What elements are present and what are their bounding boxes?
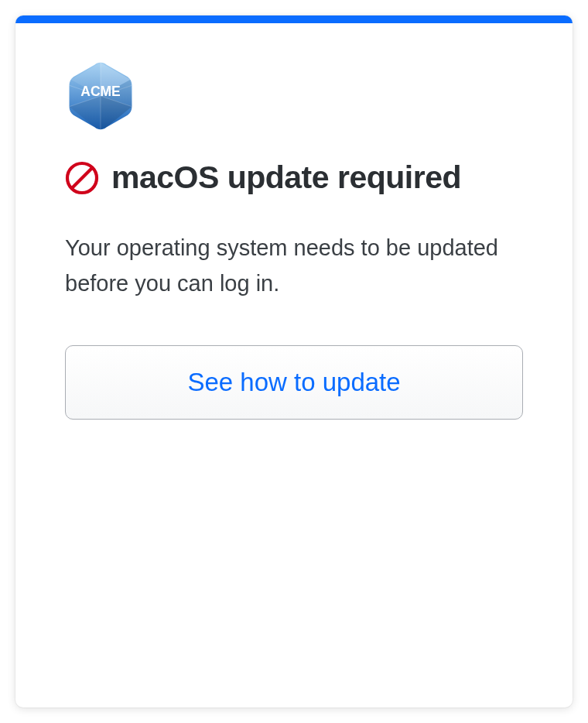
accent-top-bar [15, 15, 573, 23]
see-how-to-update-button[interactable]: See how to update [65, 345, 523, 420]
dialog-body: Your operating system needs to be update… [65, 230, 523, 302]
card-content: ACME macOS update required Your operatin… [15, 23, 573, 420]
svg-line-6 [72, 168, 92, 188]
brand-logo-text: ACME [80, 84, 120, 99]
brand-logo: ACME [65, 60, 136, 132]
prohibited-icon [65, 161, 99, 195]
heading-row: macOS update required [65, 159, 523, 196]
hexagon-logo-icon: ACME [65, 60, 136, 132]
dialog-title: macOS update required [111, 159, 461, 196]
update-required-card: ACME macOS update required Your operatin… [15, 15, 573, 708]
